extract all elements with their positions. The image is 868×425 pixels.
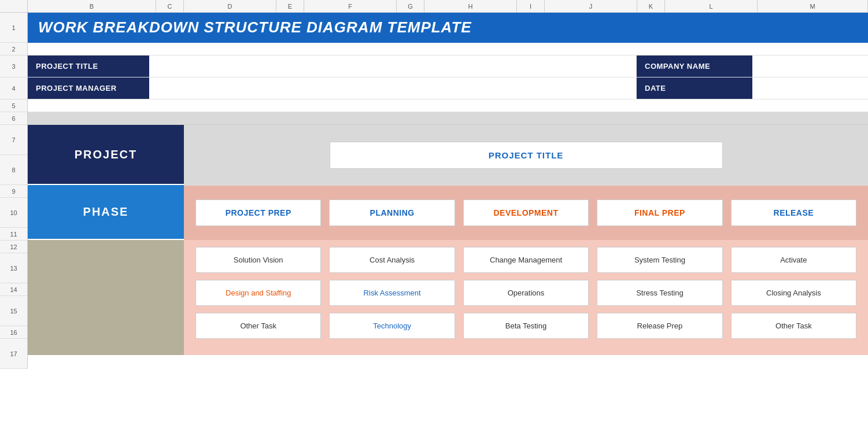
task-release-prep[interactable]: Release Prep — [597, 313, 722, 339]
project-manager-label: PROJECT MANAGER — [28, 77, 149, 99]
phase-label: PHASE — [28, 185, 184, 240]
task-row-2: Design and Staffing Risk Assessment Oper… — [195, 280, 856, 306]
row-numbers: 1 2 3 4 5 6 7 8 9 10 11 12 13 14 15 16 1… — [0, 13, 28, 369]
wbs-grid: PROJECT TITLE PROJECT PREP PLANNING DEVE… — [184, 112, 868, 355]
row-9-num: 9 — [0, 185, 27, 198]
phase-row: PROJECT PREP PLANNING DEVELOPMENT FINAL … — [184, 185, 868, 240]
row-7-num: 7 — [0, 125, 27, 155]
info-row-3: PROJECT TITLE COMPANY NAME — [28, 56, 868, 77]
col-f-header: F — [304, 0, 397, 12]
task-solution-vision[interactable]: Solution Vision — [195, 247, 321, 273]
corner-cell — [0, 0, 28, 12]
date-label: DATE — [637, 77, 752, 99]
task-row-3: Other Task Technology Beta Testing Relea… — [195, 313, 856, 339]
phase-release[interactable]: RELEASE — [731, 199, 856, 226]
project-manager-value[interactable] — [149, 77, 637, 99]
project-label: PROJECT — [28, 125, 184, 185]
date-value[interactable] — [752, 77, 868, 99]
row-14-num: 14 — [0, 283, 27, 296]
col-l-header: L — [665, 0, 758, 12]
project-label-top-blank — [28, 112, 184, 125]
column-headers: B C D E F G H I J K L M — [0, 0, 868, 13]
info-row-4: PROJECT MANAGER DATE — [28, 77, 868, 99]
sheet-content: WORK BREAKDOWN STRUCTURE DIAGRAM TEMPLAT… — [28, 13, 868, 369]
task-design-staffing[interactable]: Design and Staffing — [195, 280, 321, 306]
row-17-num: 17 — [0, 339, 27, 369]
row-2-num: 2 — [0, 43, 27, 56]
project-title-label: PROJECT TITLE — [28, 56, 149, 77]
company-name-value[interactable] — [752, 56, 868, 77]
phase-planning[interactable]: PLANNING — [329, 199, 455, 226]
project-row-top — [184, 112, 868, 125]
task-technology[interactable]: Technology — [329, 313, 455, 339]
phase-final-prep[interactable]: FINAL PREP — [597, 199, 722, 226]
task-risk-assessment[interactable]: Risk Assessment — [329, 280, 455, 306]
task-activate[interactable]: Activate — [731, 247, 856, 273]
row-16-num: 16 — [0, 326, 27, 339]
task-other-task-1[interactable]: Other Task — [195, 313, 321, 339]
blank-row-5 — [28, 99, 868, 112]
task-system-testing[interactable]: System Testing — [597, 247, 722, 273]
col-i-header: I — [517, 0, 545, 12]
col-k-header: K — [637, 0, 665, 12]
left-labels: PROJECT PHASE — [28, 112, 184, 355]
task-rows-area: Solution Vision Cost Analysis Change Man… — [184, 240, 868, 355]
row-4-num: 4 — [0, 77, 27, 99]
row-5-num: 5 — [0, 99, 27, 112]
row-13-num: 13 — [0, 253, 27, 283]
project-title-row: PROJECT TITLE — [184, 125, 868, 185]
row-1-num: 1 — [0, 13, 27, 43]
row-15-num: 15 — [0, 296, 27, 326]
task-label-area — [28, 240, 184, 355]
company-name-label: COMPANY NAME — [637, 56, 752, 77]
spreadsheet: B C D E F G H I J K L M 1 2 3 4 5 6 7 8 … — [0, 0, 868, 369]
col-j-header: J — [545, 0, 637, 12]
col-g-header: G — [397, 0, 424, 12]
col-c-header: C — [156, 0, 184, 12]
title-bar: WORK BREAKDOWN STRUCTURE DIAGRAM TEMPLAT… — [28, 13, 868, 43]
phase-project-prep[interactable]: PROJECT PREP — [195, 199, 321, 226]
row-12-num: 12 — [0, 241, 27, 253]
wbs-area: PROJECT PHASE PROJECT TITLE — [28, 112, 868, 355]
col-e-header: E — [276, 0, 304, 12]
col-h-header: H — [424, 0, 517, 12]
project-title-box[interactable]: PROJECT TITLE — [330, 142, 723, 169]
row-8-num: 8 — [0, 155, 27, 185]
col-m-header: M — [758, 0, 868, 12]
row-3-num: 3 — [0, 56, 27, 77]
page-title: WORK BREAKDOWN STRUCTURE DIAGRAM TEMPLAT… — [38, 19, 472, 36]
task-other-task-2[interactable]: Other Task — [731, 313, 856, 339]
task-change-management[interactable]: Change Management — [463, 247, 589, 273]
task-closing-analysis[interactable]: Closing Analysis — [731, 280, 856, 306]
row-6-num: 6 — [0, 112, 27, 125]
task-operations[interactable]: Operations — [463, 280, 589, 306]
col-d-header: D — [184, 0, 276, 12]
col-b-header: B — [28, 0, 156, 12]
task-stress-testing[interactable]: Stress Testing — [597, 280, 722, 306]
phase-development[interactable]: DEVELOPMENT — [463, 199, 589, 226]
task-row-1: Solution Vision Cost Analysis Change Man… — [195, 247, 856, 273]
row-10-num: 10 — [0, 198, 27, 228]
sheet-body: 1 2 3 4 5 6 7 8 9 10 11 12 13 14 15 16 1… — [0, 13, 868, 369]
task-beta-testing[interactable]: Beta Testing — [463, 313, 589, 339]
project-title-value[interactable] — [149, 56, 637, 77]
blank-row-2 — [28, 43, 868, 56]
task-cost-analysis[interactable]: Cost Analysis — [329, 247, 455, 273]
row-11-num: 11 — [0, 228, 27, 241]
